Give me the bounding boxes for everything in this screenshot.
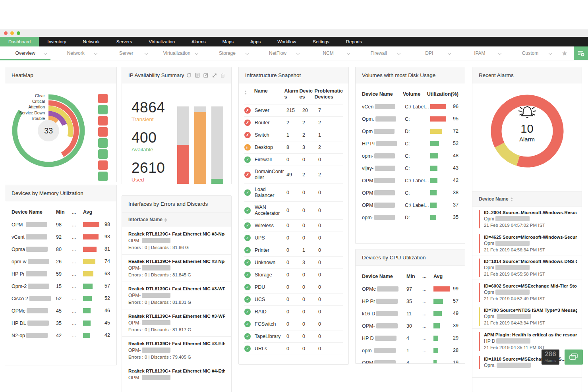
primary-tab-alarms[interactable]: Alarms [183, 37, 214, 46]
favorite-star-icon[interactable]: ★ [555, 46, 574, 60]
infrastructure-row[interactable]: Printer 0 1 0 [244, 244, 343, 257]
chevron-down-icon[interactable] [346, 52, 350, 55]
heatmap-device-square[interactable] [98, 127, 108, 137]
chevron-down-icon[interactable] [549, 52, 552, 55]
infrastructure-row[interactable]: Desktop 8 3 2 [244, 141, 343, 154]
heatmap-device-square[interactable] [98, 172, 108, 181]
table-row[interactable]: vijay- C: 43 [362, 162, 458, 174]
infrastructure-row[interactable]: Wireless 0 0 0 [244, 220, 343, 232]
table-row[interactable]: k16-D 11 ... 49 [362, 307, 458, 320]
table-row[interactable]: OPM C:\ Label... 37 [362, 199, 458, 211]
table-row[interactable]: OPM C: 38 [362, 187, 458, 199]
dashboard-tab-ipam[interactable]: IPAM [455, 46, 505, 60]
table-row[interactable]: opm-w 26 ... 74 [12, 255, 110, 268]
table-row[interactable]: HP Pr 59 ... 63 [12, 268, 110, 280]
alarm-count-badge[interactable]: 286 Alarms [542, 350, 559, 365]
infrastructure-row[interactable]: Server 215 20 7 [244, 104, 343, 117]
edit-icon[interactable] [203, 73, 209, 78]
heatmap-device-square[interactable] [98, 149, 108, 159]
window-minimize-button[interactable] [10, 31, 14, 35]
infrastructure-row[interactable]: WAN Accelerator 0 0 0 [244, 202, 343, 220]
table-row[interactable]: HP D 4 ... 29 [362, 332, 458, 344]
interfaces-list-header[interactable]: Interface Name [122, 212, 231, 227]
dashboard-tab-server[interactable]: Server [101, 46, 151, 60]
dashboard-tab-custom[interactable]: Custom [505, 46, 555, 60]
primary-tab-virtualization[interactable]: Virtualization [140, 37, 183, 46]
heatmap-device-square[interactable] [98, 105, 108, 114]
table-row[interactable]: OPM- 30 ... 39 [362, 320, 458, 332]
sort-icon[interactable] [164, 218, 167, 222]
table-row[interactable]: Opma 80 ... 81 [12, 243, 110, 255]
window-maximize-button[interactable] [17, 31, 20, 35]
infrastructure-row[interactable]: Unknown 0 3 0 [244, 257, 343, 269]
sort-icon[interactable] [511, 197, 513, 201]
alarm-list-item[interactable]: ID=700 Source=NTDS ISAM Type=3 Message=N… [472, 304, 582, 329]
table-row[interactable]: HP Pr 35 ... 57 [362, 295, 458, 307]
infrastructure-row[interactable]: UCS 0 0 0 [244, 294, 343, 306]
table-row[interactable]: Opm-2 15 ... 57 [12, 280, 110, 292]
table-row[interactable]: Opm. C: 95 [362, 113, 458, 125]
chevron-down-icon[interactable] [94, 52, 97, 55]
interface-list-item[interactable]: Realtek RTL8139C+ Fast Ethernet NIC #3-N… [122, 227, 231, 255]
primary-tab-reports[interactable]: Reports [338, 37, 370, 46]
table-row[interactable]: OPMc 45 ... 46 [12, 305, 110, 317]
dashboard-tab-network[interactable]: Network [50, 46, 101, 60]
infrastructure-row[interactable]: TapeLibrary 0 0 0 [244, 330, 343, 343]
dashboard-tab-virtualization[interactable]: Virtualization [151, 46, 202, 60]
infrastructure-row[interactable]: Router 2 2 2 [244, 117, 343, 129]
column-name[interactable]: Name [254, 88, 284, 94]
sort-icon[interactable] [244, 91, 247, 95]
chevron-down-icon[interactable] [44, 52, 47, 55]
chevron-down-icon[interactable] [195, 52, 198, 55]
primary-tab-servers[interactable]: Servers [108, 37, 141, 46]
heatmap-device-square[interactable] [98, 138, 108, 148]
primary-tab-apps[interactable]: Apps [242, 37, 269, 46]
alarms-list-header[interactable]: Device Name [472, 191, 582, 207]
table-row[interactable]: OPM 4 ... 19 [362, 357, 458, 364]
infrastructure-row[interactable]: FCSwitch 0 0 0 [244, 318, 343, 330]
infrastructure-row[interactable]: URLs 0 0 0 [244, 343, 343, 355]
chevron-down-icon[interactable] [296, 52, 299, 55]
primary-tab-maps[interactable]: Maps [214, 37, 242, 46]
refresh-icon[interactable] [186, 73, 191, 78]
dashboard-tab-firewall[interactable]: Firewall [354, 46, 404, 60]
chevron-down-icon[interactable] [145, 52, 148, 55]
interface-list-item[interactable]: Realtek RTL8139C+ Fast Ethernet NIC #3-W… [122, 282, 231, 309]
primary-tab-network[interactable]: Network [75, 37, 108, 46]
table-row[interactable]: vCen C:\ Label... 96 [362, 100, 458, 113]
chevron-down-icon[interactable] [246, 52, 249, 55]
infrastructure-row[interactable]: Storage 0 0 0 [244, 269, 343, 281]
heatmap-device-square[interactable] [98, 116, 108, 126]
infrastructure-row[interactable]: RAID 0 0 0 [244, 306, 343, 318]
column-alarms[interactable]: Alarms [284, 88, 300, 100]
primary-tab-settings[interactable]: Settings [304, 37, 338, 46]
infrastructure-row[interactable]: Firewall 0 0 0 [244, 154, 343, 166]
dashboard-tab-overview[interactable]: Overview [0, 46, 50, 60]
table-row[interactable]: OPMc 97 ... 99 [362, 283, 458, 295]
alarm-list-item[interactable]: ID=4625 Source=Microsoft-Windows-Securit… [472, 231, 582, 256]
infrastructure-row[interactable]: DomainController 49 2 2 [244, 166, 343, 184]
table-row[interactable]: HP Pr C: 52 [362, 137, 458, 150]
chevron-down-icon[interactable] [498, 52, 501, 55]
window-close-button[interactable] [4, 31, 8, 35]
infrastructure-row[interactable]: Load Balancer 0 0 0 [244, 184, 343, 202]
heatmap-device-square[interactable] [98, 160, 108, 170]
resize-icon[interactable] [212, 73, 217, 78]
primary-tab-dashboard[interactable]: Dashboard [0, 37, 39, 46]
table-row[interactable]: N2-op 42 ... 42 [12, 329, 110, 342]
dashboard-tab-netflow[interactable]: NetFlow [252, 46, 303, 60]
table-row[interactable]: vCent 92 ... 93 [12, 231, 110, 243]
alarm-list-item[interactable]: ID=6002 Source=MSExchange Mid-Tier Stora… [472, 280, 582, 305]
add-dashboard-button[interactable] [574, 46, 588, 60]
table-row[interactable]: opm- C: 48 [362, 150, 458, 162]
table-row[interactable]: opm- D: 35 [362, 211, 458, 224]
table-row[interactable]: Cisco 2 52 ... 52 [12, 292, 110, 305]
heatmap-device-square[interactable] [98, 94, 108, 103]
column-problematic-devices[interactable]: Problematic Devices [314, 88, 343, 100]
dashboard-tab-ncm[interactable]: NCM [303, 46, 354, 60]
primary-tab-workflow[interactable]: Workflow [269, 37, 304, 46]
chevron-down-icon[interactable] [448, 52, 451, 55]
column-devices[interactable]: Devices [299, 88, 314, 100]
infrastructure-row[interactable]: UPS 0 0 0 [244, 232, 343, 244]
chevron-down-icon[interactable] [397, 52, 400, 55]
